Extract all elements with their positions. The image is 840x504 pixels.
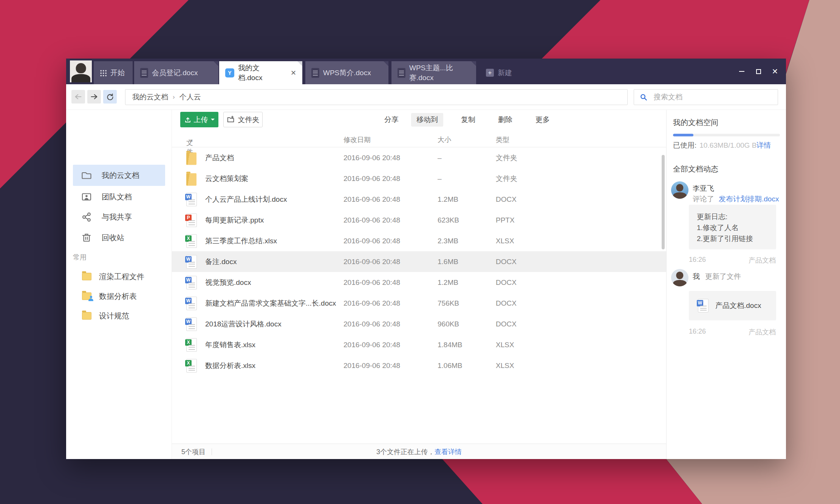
commented-file-link[interactable]: 发布计划排期.docx (719, 194, 779, 204)
minimize-button[interactable] (736, 66, 747, 77)
tab-label: 开始 (110, 68, 125, 78)
table-row[interactable]: 个人云产品上线计划.docx 2016-09-06 20:48 1.2MB DO… (172, 189, 666, 210)
forward-button[interactable] (87, 90, 101, 104)
upload-button[interactable]: 上传 (180, 112, 218, 127)
file-date: 2016-09-06 20:48 (343, 195, 400, 204)
file-name: 云文档策划案 (205, 174, 248, 184)
close-button[interactable]: ✕ (769, 66, 781, 77)
table-header: 文件名▼ 修改日期 大小 类型 (172, 132, 666, 147)
tab-document-huiyuan[interactable]: 会员登记.docx (134, 61, 218, 84)
xlsx-icon (186, 359, 197, 373)
tab-close-icon[interactable]: ✕ (291, 69, 296, 77)
file-name: 数据分析表.xlsx (205, 361, 255, 371)
account-avatar[interactable] (70, 60, 92, 82)
minimize-icon (739, 71, 744, 72)
trash-icon (81, 232, 92, 243)
favorite-label: 数据分析表 (99, 291, 137, 301)
table-row[interactable]: 云文档策划案 2016-09-06 20:48 – 文件夹 (172, 168, 666, 189)
sort-caret-icon: ▼ (189, 138, 193, 143)
tab-new[interactable]: + 新建 (480, 61, 525, 84)
maximize-button[interactable] (753, 66, 764, 77)
column-modified[interactable]: 修改日期 (343, 135, 371, 144)
file-date: 2016-09-06 20:48 (343, 216, 400, 224)
table-row[interactable]: 新建文档产品需求文案基础文字...长.docx 2016-09-06 20:48… (172, 293, 666, 314)
team-docs-icon (81, 192, 92, 202)
new-folder-button[interactable]: 文件夹 (223, 112, 263, 127)
app-grid-icon (100, 70, 107, 76)
updated-file-card[interactable]: 产品文档.docx (689, 291, 776, 320)
table-row[interactable]: 数据分析表.xlsx 2016-09-06 20:48 1.06MB XLSX (172, 355, 666, 376)
activity-user-name: 我 (693, 272, 700, 281)
share-icon (81, 212, 92, 222)
search-input[interactable] (654, 93, 772, 101)
close-icon: ✕ (772, 68, 778, 75)
tab-wps-theme[interactable]: WPS主题...比赛.docx (391, 61, 476, 84)
activity-user-name: 李亚飞 (693, 184, 714, 193)
file-date: 2016-09-06 20:48 (343, 175, 400, 183)
comment-line: 1.修改了人名 (697, 222, 776, 233)
file-name: 年度销售表.xlsx (205, 340, 255, 350)
table-row[interactable]: 备注.docx 2016-09-06 20:48 1.6MB DOCX (172, 251, 666, 272)
more-button[interactable]: 更多 (530, 113, 555, 127)
tab-start[interactable]: 开始 (94, 61, 133, 84)
file-type: XLSX (496, 341, 514, 349)
table-row[interactable]: 视觉预览.docx 2016-09-06 20:48 1.2MB DOCX (172, 272, 666, 293)
file-name: 个人云产品上线计划.docx (205, 195, 287, 204)
file-size: 1.2MB (438, 278, 458, 287)
file-date: 2016-09-06 20:48 (343, 362, 400, 370)
file-size: 1.06MB (438, 362, 462, 370)
share-button[interactable]: 分享 (379, 113, 404, 127)
sidebar-item-my-cloud-docs[interactable]: 我的云文档 (73, 165, 165, 186)
upload-status-text: 3个文件正在上传， (376, 448, 435, 456)
refresh-button[interactable] (103, 90, 117, 104)
file-name: 备注.docx (205, 257, 237, 267)
new-folder-label: 文件夹 (238, 115, 260, 125)
table-row[interactable]: 产品文档 2016-09-06 20:48 – 文件夹 (172, 147, 666, 168)
xlsx-icon (186, 338, 197, 352)
file-list: 产品文档 2016-09-06 20:48 – 文件夹 云文档策划案 2016-… (172, 147, 666, 376)
breadcrumb-root[interactable]: 我的云文档 (132, 92, 168, 102)
file-size: 756KB (438, 299, 459, 308)
tab-label: 我的文档.docx (238, 63, 282, 83)
tab-label: WPS简介.docx (323, 68, 371, 78)
breadcrumb[interactable]: 我的云文档 › 个人云 (125, 89, 628, 105)
document-icon (311, 68, 319, 78)
file-name: 2018运营设计风格.docx (205, 319, 282, 329)
sidebar-item-label: 回收站 (102, 233, 124, 243)
table-row[interactable]: 每周更新记录.pptx 2016-09-06 20:48 623KB PPTX (172, 210, 666, 230)
file-date: 2016-09-06 20:48 (343, 258, 400, 266)
column-size[interactable]: 大小 (438, 135, 451, 144)
back-button[interactable] (71, 90, 85, 104)
column-type[interactable]: 类型 (496, 135, 509, 144)
sidebar-favorite-item[interactable]: 数据分析表 (75, 286, 165, 306)
sidebar-favorite-item[interactable]: 设计规范 (75, 306, 165, 326)
detail-link[interactable]: 详情 (756, 141, 771, 150)
sidebar-item-shared-with-me[interactable]: 与我共享 (73, 206, 165, 227)
delete-button[interactable]: 删除 (493, 113, 518, 127)
chevron-right-icon: › (173, 93, 175, 101)
scrollbar-thumb[interactable] (662, 155, 665, 249)
table-row[interactable]: 2018运营设计风格.docx 2016-09-06 20:48 960KB D… (172, 314, 666, 334)
space-title: 我的文档空间 (673, 117, 718, 128)
file-date: 2016-09-06 20:48 (343, 341, 400, 349)
table-row[interactable]: 第三季度工作总结.xlsx 2016-09-06 20:48 2.3MB XLS… (172, 230, 666, 251)
storage-usage: 已使用: 10.63MB/1.00G B 详情 (673, 141, 780, 150)
sidebar-item-team-docs[interactable]: 团队文档 (73, 186, 165, 207)
activity-time: 16:26 (689, 328, 706, 337)
move-to-button[interactable]: 移动到 (411, 113, 443, 127)
sidebar-favorite-item[interactable]: 渲染工程文件 (75, 267, 165, 286)
tab-wps-intro[interactable]: WPS简介.docx (305, 61, 388, 84)
comment-box: 更新日志: 1.修改了人名 2.更新了引用链接 (689, 205, 776, 249)
view-details-link[interactable]: 查看详情 (435, 448, 462, 456)
table-row[interactable]: 年度销售表.xlsx 2016-09-06 20:48 1.84MB XLSX (172, 334, 666, 355)
wps-window: 开始 会员登记.docx Y 我的文档.docx ✕ WPS简介.docx WP… (66, 59, 786, 459)
upload-label: 上传 (194, 115, 208, 125)
sidebar-item-recycle-bin[interactable]: 回收站 (73, 227, 165, 248)
activity-location: 产品文档 (749, 328, 776, 337)
tab-label: WPS主题...比赛.docx (409, 63, 470, 83)
folder-icon (81, 170, 92, 181)
pptx-icon (186, 213, 197, 227)
copy-button[interactable]: 复制 (456, 113, 481, 127)
file-type: PPTX (496, 216, 515, 224)
tab-my-docs-active[interactable]: Y 我的文档.docx ✕ (219, 61, 302, 84)
